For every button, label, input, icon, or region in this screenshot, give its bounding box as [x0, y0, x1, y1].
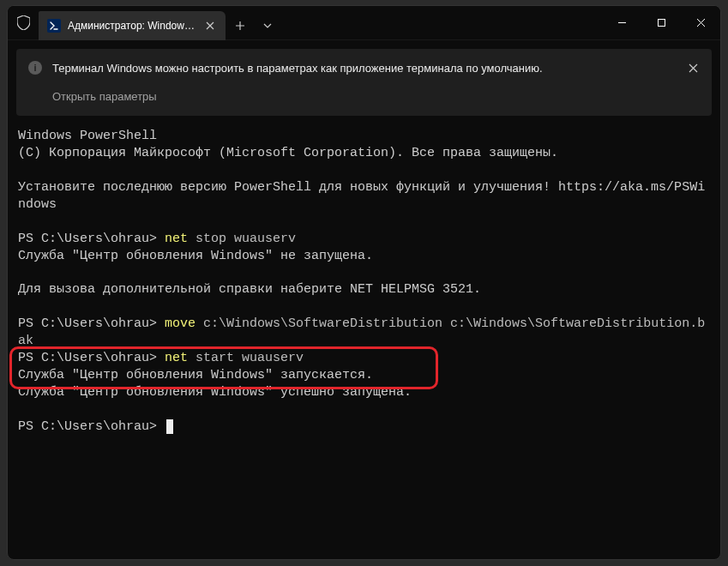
output-line: Служба "Центр обновления Windows" не зап…: [18, 249, 373, 263]
shield-icon: [8, 6, 39, 39]
banner-message: Терминал Windows можно настроить в парам…: [52, 62, 543, 75]
output-line: Для вызова дополнительной справки набери…: [18, 282, 481, 297]
tab-powershell[interactable]: Администратор: Windows Pc: [39, 11, 226, 40]
open-settings-link[interactable]: Открыть параметры: [52, 90, 157, 103]
output-line: Служба "Центр обновления Windows" успешн…: [18, 385, 412, 400]
cursor: [166, 419, 173, 434]
default-terminal-banner: i Терминал Windows можно настроить в пар…: [16, 49, 712, 116]
info-icon: i: [28, 61, 42, 75]
prompt: PS C:\Users\ohrau>: [18, 351, 165, 365]
prompt: PS C:\Users\ohrau>: [18, 232, 165, 246]
prompt: PS C:\Users\ohrau>: [18, 419, 165, 434]
new-tab-button[interactable]: [226, 11, 255, 39]
powershell-icon: [47, 19, 61, 33]
command: move: [165, 316, 203, 331]
command-args: stop wuauserv: [196, 232, 296, 246]
terminal-content[interactable]: Windows PowerShell (C) Корпорация Майкро…: [8, 116, 720, 559]
command-args: start wuauserv: [196, 351, 304, 365]
output-line: Windows PowerShell: [18, 129, 157, 143]
output-line: Установите последнюю версию PowerShell д…: [18, 180, 705, 212]
output-line: Служба "Центр обновления Windows" запуск…: [18, 368, 373, 382]
close-button[interactable]: [681, 6, 720, 39]
tab-close-button[interactable]: [203, 19, 217, 33]
maximize-button[interactable]: [641, 6, 681, 39]
svg-rect-0: [658, 20, 665, 27]
prompt: PS C:\Users\ohrau>: [18, 316, 165, 331]
output-line: (C) Корпорация Майкрософт (Microsoft Cor…: [18, 146, 558, 160]
tab-title: Администратор: Windows Pc: [68, 20, 196, 32]
window-controls: [602, 6, 720, 39]
terminal-window: Администратор: Windows Pc i Термина: [7, 5, 721, 560]
titlebar: Администратор: Windows Pc: [8, 6, 720, 40]
tab-dropdown-button[interactable]: [255, 11, 280, 39]
banner-close-button[interactable]: [684, 59, 701, 76]
minimize-button[interactable]: [602, 6, 641, 39]
command: net: [165, 232, 196, 246]
command: net: [165, 351, 196, 365]
